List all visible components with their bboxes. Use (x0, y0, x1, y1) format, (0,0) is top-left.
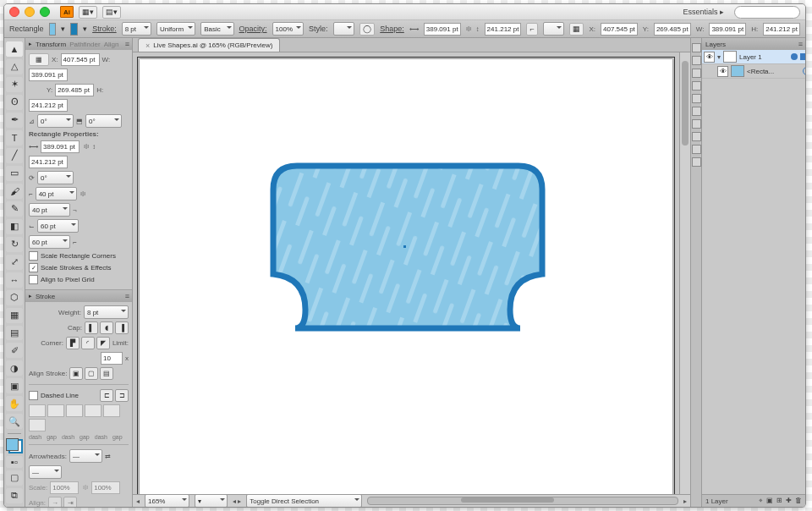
join-bevel[interactable]: ◤ (96, 337, 110, 349)
bridge-button[interactable]: ▦▾ (79, 6, 97, 19)
ck-dashed[interactable] (29, 391, 38, 400)
link-corners-icon[interactable]: ፨ (80, 190, 87, 199)
color-mode-row[interactable]: ▪▫ (6, 456, 23, 468)
doc-tab[interactable]: × Live Shapes.ai @ 165% (RGB/Preview) (138, 38, 280, 52)
opacity-select[interactable]: 100% (272, 22, 304, 36)
align-inside[interactable]: ▢ (85, 367, 98, 380)
tool-magic-wand[interactable]: ✶ (6, 77, 23, 92)
tool-lasso[interactable]: ʘ (6, 95, 23, 110)
layer-row[interactable]: 👁 <Recta... (702, 64, 806, 79)
visibility-icon[interactable]: 👁 (717, 66, 728, 77)
tool-eyedropper[interactable]: ✐ (6, 343, 23, 358)
dock-item[interactable] (692, 132, 701, 141)
vertical-scrollbar[interactable] (679, 52, 690, 494)
cap-square[interactable]: ▐ (115, 321, 129, 334)
artboard-nav[interactable]: ▾ (195, 494, 228, 508)
recolor-button[interactable]: ◯ (359, 23, 375, 36)
tool-artboard[interactable]: ▣ (6, 378, 23, 393)
ctrl-x[interactable]: 407.545 pt (601, 23, 638, 36)
panel-menu-icon[interactable]: ≡ (125, 292, 129, 300)
tool-gradient[interactable]: ▤ (6, 326, 23, 341)
horizontal-scrollbar[interactable] (367, 497, 678, 505)
workspace-switcher[interactable]: Essentials ▸ (683, 8, 724, 16)
tab-transform[interactable]: Transform (36, 41, 66, 48)
corner-tl[interactable]: 40 pt (36, 187, 77, 201)
tool-width[interactable]: ↔ (6, 272, 23, 288)
style-select[interactable] (333, 22, 355, 36)
tool-rectangle[interactable]: ▭ (6, 166, 23, 181)
brush-profile-select[interactable]: Uniform (156, 22, 195, 36)
tool-brush[interactable]: 🖌 (6, 184, 23, 199)
locate-layer-icon[interactable]: ⌖ (759, 497, 763, 505)
tool-rotate[interactable]: ↻ (6, 237, 23, 252)
visibility-icon[interactable]: 👁 (704, 52, 715, 63)
tool-hand[interactable]: ✋ (6, 396, 23, 411)
target-icon[interactable] (803, 67, 806, 75)
panel-menu-icon[interactable]: ≡ (125, 40, 129, 48)
tool-mesh[interactable]: ▦ (6, 308, 23, 323)
close-window-button[interactable] (9, 7, 19, 17)
zoom-select[interactable]: 165% (145, 494, 189, 508)
tool-eraser[interactable]: ◧ (6, 219, 23, 234)
ctrl-w[interactable]: 389.091 pt (709, 23, 746, 36)
tool-zoom[interactable]: 🔍 (6, 414, 23, 429)
join-miter[interactable]: ▛ (66, 337, 80, 349)
dock-item[interactable] (692, 107, 701, 116)
ctrl-h[interactable]: 241.212 pt (763, 23, 800, 36)
dock-item[interactable] (692, 94, 701, 103)
fill-swatch[interactable] (49, 23, 57, 36)
corner-bl[interactable]: 60 pt (37, 219, 79, 233)
tab-align[interactable]: Align (104, 41, 119, 48)
shape-w-input[interactable]: 389.091 pt (424, 23, 461, 36)
corner-radius-select[interactable] (543, 22, 565, 36)
join-round[interactable]: ◜ (81, 337, 95, 349)
tf-y[interactable]: 269.485 pt (55, 84, 94, 96)
dock-item[interactable] (692, 119, 701, 129)
new-layer-icon[interactable]: ✚ (786, 497, 792, 505)
stroke-link[interactable]: Stroke: (92, 25, 117, 33)
layers-panel-header[interactable]: Layers ≡ (702, 38, 805, 50)
minimize-window-button[interactable] (25, 7, 35, 17)
dock-item[interactable] (692, 157, 701, 167)
dock-item[interactable] (692, 145, 701, 154)
shape-h-input[interactable]: 241.212 pt (485, 23, 522, 36)
disclosure-icon[interactable]: ▾ (717, 53, 721, 61)
make-clip-icon[interactable]: ▣ (766, 497, 773, 505)
corner-br[interactable]: 60 pt (29, 235, 70, 249)
ck-align-pixel[interactable] (29, 275, 38, 284)
cap-round[interactable]: ◖ (100, 321, 113, 334)
arrow-start[interactable]: — (69, 449, 102, 463)
stroke-weight[interactable]: 8 pt (84, 305, 129, 319)
transform-panel-header[interactable]: ▸ Transform Pathfinder Align ≡ (25, 38, 132, 50)
canvas[interactable] (133, 52, 690, 494)
ref-point[interactable]: ▦ (569, 23, 584, 36)
tf-h[interactable]: 241.212 pt (29, 99, 68, 112)
search-field[interactable] (734, 6, 800, 19)
ck-scale-corners[interactable] (29, 251, 38, 261)
link-wh-icon[interactable]: ፨ (466, 25, 471, 34)
align-center[interactable]: ▣ (69, 367, 83, 380)
tool-scale[interactable]: ⤢ (6, 255, 23, 270)
tool-blend[interactable]: ◑ (6, 360, 23, 376)
tf-w[interactable]: 389.091 pt (29, 69, 68, 81)
stroke-panel-header[interactable]: ▸ Stroke ≡ (25, 290, 132, 302)
dock-item[interactable] (692, 69, 701, 78)
rp-h[interactable]: 241.212 pt (29, 156, 68, 168)
brush-def-select[interactable]: Basic (200, 22, 233, 36)
tool-line[interactable]: ╱ (6, 148, 23, 163)
dock-item[interactable] (692, 56, 701, 65)
stroke-swatch[interactable] (70, 23, 78, 36)
panel-menu-icon[interactable]: ≡ (798, 40, 803, 48)
tf-angle[interactable]: 0° (37, 114, 74, 128)
ref-point-grid[interactable]: ▦ (29, 53, 49, 66)
arrange-docs-button[interactable]: ▤▾ (102, 6, 121, 19)
tool-direct-select[interactable]: △ (6, 59, 23, 74)
miter-limit[interactable]: 10 (101, 352, 123, 365)
arrow-end[interactable]: — (29, 465, 62, 479)
rp-angle[interactable]: 0° (37, 171, 74, 184)
shape-link[interactable]: Shape: (380, 25, 404, 33)
tool-pencil[interactable]: ✎ (6, 201, 23, 217)
delete-layer-icon[interactable]: 🗑 (795, 497, 802, 505)
opacity-link[interactable]: Opacity: (239, 25, 267, 33)
stroke-weight-select[interactable]: 8 pt (122, 22, 151, 36)
